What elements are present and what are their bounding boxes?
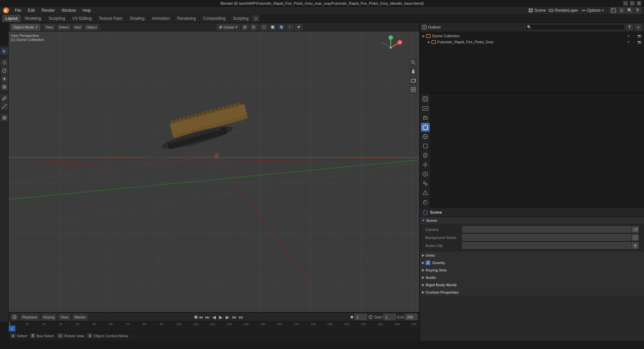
nav-zoom-icon[interactable] bbox=[409, 58, 417, 66]
jump-end-button[interactable]: ⏭ bbox=[238, 314, 244, 320]
blender-logo-icon[interactable]: B bbox=[3, 7, 9, 14]
jump-prev-key-button[interactable]: ⏭ bbox=[205, 314, 211, 320]
menu-render[interactable]: Render bbox=[39, 7, 57, 13]
keying-sets-block-header[interactable]: ▶ Keying Sets bbox=[420, 266, 644, 274]
tab-uv-editing[interactable]: UV Editing bbox=[69, 15, 95, 22]
tab-compositing[interactable]: Compositing bbox=[200, 15, 229, 22]
menu-help[interactable]: Help bbox=[80, 7, 94, 13]
maximize-button[interactable]: □ bbox=[630, 1, 635, 6]
step-back-button[interactable]: ◀ bbox=[211, 314, 217, 320]
props-scene-icon[interactable] bbox=[421, 123, 430, 132]
tool-measure[interactable] bbox=[1, 103, 8, 110]
tab-modeling[interactable]: Modeling bbox=[21, 15, 45, 22]
view-menu[interactable]: View bbox=[43, 24, 55, 31]
nav-camera-icon[interactable] bbox=[409, 77, 417, 85]
gravity-checkbox[interactable]: ✓ bbox=[426, 260, 430, 265]
marker-menu[interactable]: Marker bbox=[72, 314, 88, 320]
jump-next-key-button[interactable]: ⏭ bbox=[231, 314, 237, 320]
gravity-block-header[interactable]: ▶ ✓ Gravity bbox=[420, 259, 644, 266]
tool-move[interactable] bbox=[1, 59, 8, 66]
outliner-item-pistol[interactable]: ▶ Futuristic_Rapid_Fire_Pistol_Grey 👁 ↕ … bbox=[421, 39, 643, 45]
audio-block-header[interactable]: ▶ Audio bbox=[420, 274, 644, 281]
pistol-selectable-icon[interactable]: ↕ bbox=[633, 40, 635, 44]
props-world-icon[interactable] bbox=[421, 132, 430, 141]
current-frame-input[interactable]: 1 bbox=[355, 314, 367, 320]
timeline-icon[interactable] bbox=[11, 314, 18, 320]
start-frame-input[interactable]: 1 bbox=[383, 314, 396, 320]
object-mode-select[interactable]: Object Mode ▼ bbox=[11, 24, 40, 31]
play-button[interactable]: ▶ bbox=[218, 314, 224, 320]
outliner-filter[interactable] bbox=[626, 24, 633, 31]
playback-menu[interactable]: Playback bbox=[20, 314, 39, 320]
outliner-options[interactable]: ≡ bbox=[635, 24, 642, 31]
add-tab-button[interactable]: + bbox=[253, 15, 259, 22]
menu-window[interactable]: Window bbox=[59, 7, 78, 13]
xray-toggle[interactable] bbox=[260, 24, 268, 31]
tool-cursor[interactable] bbox=[1, 48, 8, 55]
pistol-render-icon[interactable]: 📷 bbox=[637, 40, 641, 44]
active-clip-icon-btn[interactable] bbox=[632, 242, 639, 249]
nav-grid-icon[interactable] bbox=[409, 86, 417, 94]
axis-gizmo[interactable]: Y X bbox=[377, 34, 404, 61]
keying-menu[interactable]: Keying bbox=[41, 314, 57, 320]
units-block-header[interactable]: ▶ Units bbox=[420, 252, 644, 259]
header-icon-2[interactable] bbox=[618, 7, 625, 14]
nav-hand-icon[interactable] bbox=[409, 67, 417, 76]
outliner-item-scene-collection[interactable]: ▶ Scene Collection 👁 ↕ 📷 bbox=[421, 33, 643, 39]
viewport-shading-options[interactable]: ▼ bbox=[295, 24, 303, 31]
close-button[interactable]: ✕ bbox=[637, 1, 641, 6]
render-icon[interactable]: 📷 bbox=[637, 34, 641, 38]
props-viewlayer-icon[interactable] bbox=[421, 113, 430, 122]
props-constraints-icon[interactable] bbox=[421, 179, 430, 188]
frame-marker[interactable]: 1 bbox=[9, 326, 15, 332]
add-menu[interactable]: Add bbox=[72, 24, 83, 31]
bg-scene-input[interactable] bbox=[462, 234, 631, 241]
tool-add-object[interactable] bbox=[1, 114, 8, 121]
props-object-icon[interactable] bbox=[421, 142, 430, 150]
tool-rotate[interactable] bbox=[1, 67, 8, 74]
rigid-body-block-header[interactable]: ▶ Rigid Body World bbox=[420, 281, 644, 289]
props-render-icon[interactable] bbox=[421, 95, 430, 103]
tab-sculpting[interactable]: Sculpting bbox=[45, 15, 68, 22]
proportional-edit[interactable] bbox=[250, 24, 257, 31]
tab-shading[interactable]: Shading bbox=[126, 15, 148, 22]
menu-file[interactable]: File bbox=[12, 7, 24, 13]
camera-icon-btn[interactable] bbox=[632, 226, 639, 233]
props-data-icon[interactable] bbox=[421, 189, 430, 197]
viewport-shading-material[interactable] bbox=[278, 24, 285, 31]
snap-button[interactable] bbox=[241, 24, 249, 31]
header-search[interactable]: 🔍 bbox=[626, 7, 633, 14]
scene-block-header[interactable]: ▼ Scene bbox=[420, 217, 644, 224]
custom-props-block-header[interactable]: ▶ Custom Properties bbox=[420, 289, 644, 296]
tool-annotate[interactable] bbox=[1, 95, 8, 102]
active-clip-input[interactable] bbox=[462, 242, 631, 249]
header-icon-1[interactable] bbox=[610, 7, 617, 14]
outliner-search[interactable] bbox=[525, 24, 625, 30]
viewport-shading-rendered[interactable] bbox=[286, 24, 294, 31]
tab-rendering[interactable]: Rendering bbox=[174, 15, 199, 22]
props-material-icon[interactable] bbox=[421, 198, 430, 207]
minimize-button[interactable]: ─ bbox=[623, 1, 628, 6]
tab-animation[interactable]: Animation bbox=[149, 15, 173, 22]
select-menu[interactable]: Select bbox=[57, 24, 71, 31]
selectable-icon[interactable]: ↕ bbox=[633, 34, 635, 38]
timeline-scrubber[interactable]: 1 10 20 30 40 50 60 70 80 90 100 110 120… bbox=[9, 321, 419, 332]
tab-texture-paint[interactable]: Texture Paint bbox=[96, 15, 126, 22]
tool-scale[interactable] bbox=[1, 75, 8, 83]
tab-layout[interactable]: Layout bbox=[2, 15, 21, 22]
camera-input[interactable] bbox=[462, 226, 631, 233]
tab-scripting[interactable]: Scripting bbox=[229, 15, 252, 22]
jump-start-button[interactable]: ⏮ bbox=[198, 314, 204, 320]
pistol-visibility-icon[interactable]: 👁 bbox=[627, 40, 630, 44]
tool-transform[interactable] bbox=[1, 83, 8, 91]
props-output-icon[interactable] bbox=[421, 104, 430, 113]
props-modifier-icon[interactable] bbox=[421, 151, 430, 160]
end-frame-input[interactable]: 250 bbox=[405, 314, 417, 320]
viewport[interactable]: User Perspective (1) Scene Collection Y … bbox=[9, 32, 419, 312]
viewport-shading-solid[interactable] bbox=[269, 24, 276, 31]
props-particles-icon[interactable] bbox=[421, 160, 430, 169]
visibility-icon[interactable]: 👁 bbox=[627, 34, 630, 38]
transform-global[interactable]: Global ▼ bbox=[217, 24, 240, 31]
menu-edit[interactable]: Edit bbox=[25, 7, 38, 13]
object-menu[interactable]: Object bbox=[84, 24, 99, 31]
